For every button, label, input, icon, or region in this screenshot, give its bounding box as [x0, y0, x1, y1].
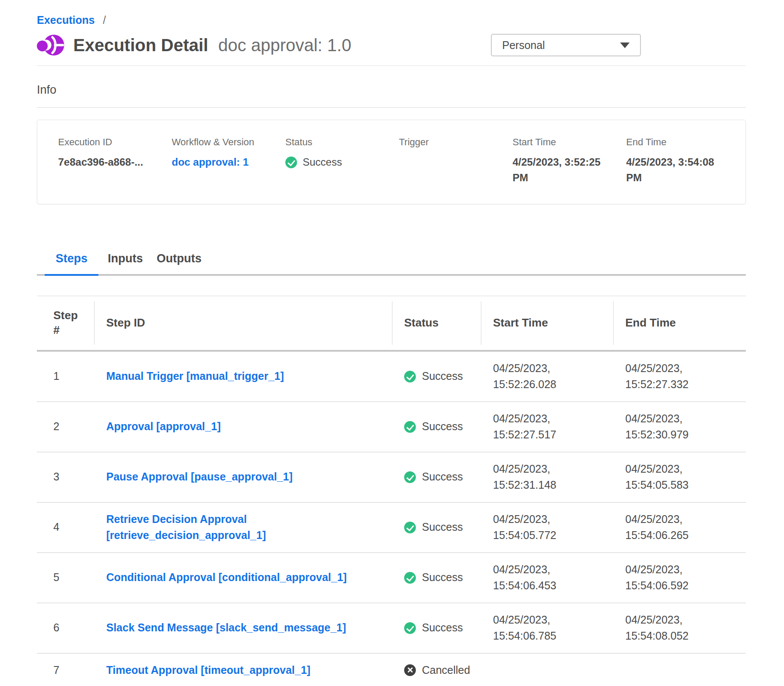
column-header-start-time: Start Time	[481, 296, 614, 351]
step-number: 5	[37, 552, 95, 603]
info-section-title: Info	[37, 83, 746, 97]
start-time-value: 4/25/2023, 3:52:25 PM	[513, 154, 614, 186]
column-header-status: Status	[392, 296, 481, 351]
table-header-row: Step # Step ID Status Start Time End Tim…	[37, 296, 746, 351]
check-circle-icon	[404, 471, 416, 483]
page-title: Execution Detail doc approval: 1.0	[73, 36, 351, 55]
field-label: Execution ID	[58, 137, 160, 148]
table-row: 3 Pause Approval [pause_approval_1] Succ…	[37, 452, 746, 502]
check-circle-icon	[404, 622, 416, 634]
divider	[37, 65, 746, 66]
steps-table: Step # Step ID Status Start Time End Tim…	[37, 296, 746, 686]
step-number: 7	[37, 653, 95, 686]
status-label: Success	[422, 368, 463, 385]
step-start-time	[481, 653, 614, 686]
status-label: Cancelled	[422, 662, 470, 679]
table-row: 4 Retrieve Decision Approval [retrieve_d…	[37, 502, 746, 552]
step-number: 2	[37, 402, 95, 452]
status-label: Success	[422, 469, 463, 485]
info-field-execution-id: Execution ID 7e8ac396-a868-...	[58, 137, 172, 186]
scope-dropdown-value: Personal	[502, 39, 545, 52]
step-end-time: 04/25/2023, 15:54:06.592	[614, 552, 746, 603]
info-field-status: Status Success	[285, 137, 399, 186]
step-end-time: 04/25/2023, 15:54:06.265	[614, 502, 746, 552]
step-end-time: 04/25/2023, 15:54:05.583	[614, 452, 746, 502]
check-circle-icon	[404, 421, 416, 433]
table-row: 6 Slack Send Message [slack_send_message…	[37, 603, 746, 653]
step-number: 3	[37, 452, 95, 502]
info-field-end-time: End Time 4/25/2023, 3:54:08 PM	[626, 137, 740, 186]
step-id-link[interactable]: Conditional Approval [conditional_approv…	[106, 569, 347, 586]
check-circle-icon	[404, 371, 416, 382]
step-number: 1	[37, 351, 95, 402]
step-id-link[interactable]: Slack Send Message [slack_send_message_1…	[106, 620, 346, 636]
field-label: Workflow & Version	[172, 137, 273, 148]
step-start-time: 04/25/2023, 15:52:26.028	[481, 351, 614, 402]
table-row: 1 Manual Trigger [manual_trigger_1] Succ…	[37, 351, 746, 402]
step-number: 4	[37, 502, 95, 552]
step-start-time: 04/25/2023, 15:54:05.772	[481, 502, 614, 552]
column-header-step-num: Step #	[37, 296, 95, 351]
check-circle-icon	[285, 157, 297, 168]
execution-status-label: Success	[303, 154, 342, 170]
workflow-name-version: doc approval: 1.0	[218, 36, 351, 55]
step-end-time	[614, 653, 746, 686]
breadcrumb-executions-link[interactable]: Executions	[37, 14, 95, 26]
x-circle-icon	[404, 664, 416, 676]
step-end-time: 04/25/2023, 15:54:08.052	[614, 603, 746, 653]
workflow-logo-icon	[37, 33, 65, 58]
info-field-trigger: Trigger	[399, 137, 513, 186]
step-start-time: 04/25/2023, 15:54:06.785	[481, 603, 614, 653]
workflow-version-link[interactable]: doc approval: 1	[172, 156, 248, 168]
breadcrumb: Executions /	[37, 0, 746, 26]
step-id-link[interactable]: Pause Approval [pause_approval_1]	[106, 469, 293, 485]
step-id-link[interactable]: Manual Trigger [manual_trigger_1]	[106, 368, 284, 385]
tab-steps[interactable]: Steps	[45, 252, 98, 276]
field-label: Status	[285, 137, 387, 148]
step-id-link[interactable]: Approval [approval_1]	[106, 418, 221, 435]
status-label: Success	[422, 569, 463, 586]
divider	[37, 107, 746, 108]
column-header-end-time: End Time	[614, 296, 746, 351]
page-title-main: Execution Detail	[73, 36, 208, 55]
column-header-step-id: Step ID	[95, 296, 392, 351]
end-time-value: 4/25/2023, 3:54:08 PM	[626, 154, 728, 186]
step-id-link[interactable]: Retrieve Decision Approval [retrieve_dec…	[106, 511, 384, 544]
check-circle-icon	[404, 522, 416, 533]
scope-dropdown[interactable]: Personal	[491, 34, 641, 56]
field-label: Trigger	[399, 137, 500, 148]
tabs: Steps Inputs Outputs	[37, 252, 746, 276]
tab-inputs[interactable]: Inputs	[98, 252, 152, 276]
title-row: Execution Detail doc approval: 1.0 Perso…	[37, 33, 746, 58]
status-label: Success	[422, 519, 463, 536]
table-row: 7 Timeout Approval [timeout_approval_1] …	[37, 653, 746, 686]
chevron-down-icon	[620, 42, 630, 48]
field-label: End Time	[626, 137, 728, 148]
info-card: Execution ID 7e8ac396-a868-... Workflow …	[37, 120, 746, 204]
field-label: Start Time	[513, 137, 614, 148]
step-id-link[interactable]: Timeout Approval [timeout_approval_1]	[106, 662, 310, 679]
step-end-time: 04/25/2023, 15:52:30.979	[614, 402, 746, 452]
table-row: 5 Conditional Approval [conditional_appr…	[37, 552, 746, 603]
status-label: Success	[422, 418, 463, 435]
execution-id-value: 7e8ac396-a868-...	[58, 154, 160, 170]
execution-detail-page: Executions / Execution Detail doc approv…	[0, 0, 784, 686]
step-start-time: 04/25/2023, 15:52:31.148	[481, 452, 614, 502]
check-circle-icon	[404, 572, 416, 584]
info-field-workflow-version: Workflow & Version doc approval: 1	[172, 137, 285, 186]
step-start-time: 04/25/2023, 15:54:06.453	[481, 552, 614, 603]
status-label: Success	[422, 620, 463, 636]
step-end-time: 04/25/2023, 15:52:27.332	[614, 351, 746, 402]
table-row: 2 Approval [approval_1] Success 04/25/20…	[37, 402, 746, 452]
tab-outputs[interactable]: Outputs	[152, 252, 206, 276]
step-start-time: 04/25/2023, 15:52:27.517	[481, 402, 614, 452]
step-number: 6	[37, 603, 95, 653]
info-field-start-time: Start Time 4/25/2023, 3:52:25 PM	[513, 137, 626, 186]
breadcrumb-separator: /	[103, 14, 106, 26]
